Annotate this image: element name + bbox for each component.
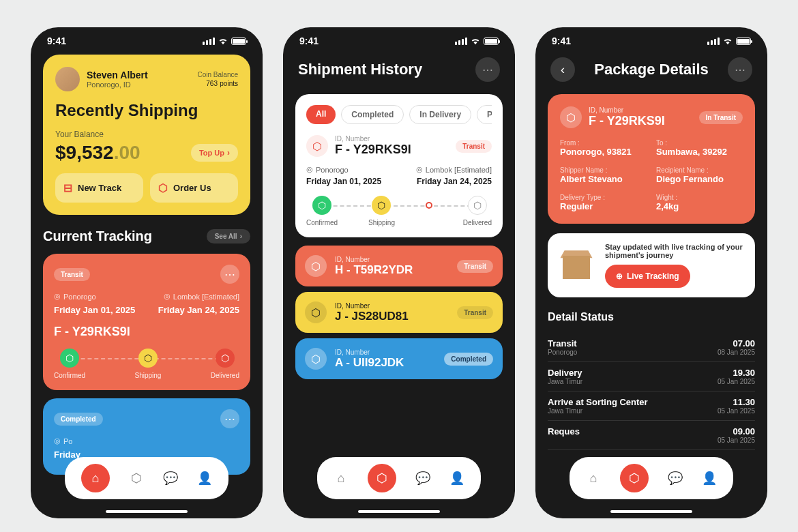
box-icon: ⬡ (158, 181, 168, 194)
clock: 9:41 (47, 35, 66, 46)
filter-in-delivery[interactable]: In Delivery (409, 105, 471, 124)
user-name: Steven Albert (87, 70, 191, 80)
home-nav[interactable]: ⌂ (586, 471, 601, 486)
page-title: Shipment History (298, 61, 422, 78)
shipping-step-icon: ⬡ (372, 196, 391, 215)
status-row: TransitPonorogo07.0008 Jan 2025 (548, 333, 755, 362)
bottom-nav: ⌂ ⬡ 💬 👤 (65, 457, 228, 499)
current-tracking-title: Current Tracking (43, 228, 152, 244)
open-box-icon (557, 249, 595, 282)
box-nav[interactable]: ⬡ (368, 464, 396, 492)
back-button[interactable]: ‹ (550, 57, 575, 82)
see-all-button[interactable]: See All› (207, 229, 250, 243)
package-summary: ⬡ ID, Number F - Y29RKS9I In Transit Fro… (548, 94, 755, 224)
from-location: ◎ Ponorogo (54, 292, 96, 301)
shipment-id: F - Y29RKS9I (335, 143, 449, 157)
status-badge: Transit (456, 140, 492, 153)
status-row: Arrive at Sorting CenterJawa Timur11.300… (548, 391, 755, 421)
more-button[interactable]: ⋯ (728, 57, 752, 82)
top-up-button[interactable]: Top Up› (191, 144, 238, 162)
home-nav[interactable]: ⌂ (81, 464, 110, 492)
package-id: F - Y29RKS9I (589, 114, 665, 128)
profile-nav[interactable]: 👤 (197, 471, 212, 486)
scan-icon: ⊟ (63, 181, 72, 194)
balance-card: Steven Albert Ponorogo, ID Coin Balance … (43, 55, 250, 215)
tracking-id: F - Y29RKS9I (54, 325, 239, 339)
tracking-card[interactable]: Transit ⋯ ◎ Ponorogo ◎ Lombok [Estimated… (43, 254, 250, 390)
balance-value: $9,532.00 (55, 142, 141, 164)
live-tracking-card: Stay updated with live tracking of your … (548, 233, 755, 297)
home-indicator (358, 510, 440, 513)
profile-nav[interactable]: 👤 (449, 471, 464, 486)
progress-dot-icon (426, 202, 432, 209)
shipment-item[interactable]: ⬡ ID, NumberH - T59R2YDR Transit (295, 246, 503, 286)
box-icon: ⬡ (305, 348, 327, 370)
status-badge: In Transit (699, 111, 743, 124)
from-date: Friday Jan 01, 2025 (54, 305, 135, 315)
filter-all[interactable]: All (306, 105, 336, 124)
box-icon: ⬡ (305, 255, 327, 277)
box-icon: ⬡ (560, 106, 582, 128)
bottom-nav: ⌂ ⬡ 💬 👤 (570, 457, 733, 499)
box-nav[interactable]: ⬡ (129, 471, 144, 486)
page-title: Package Details (594, 61, 709, 78)
balance-label: Your Balance (55, 130, 238, 139)
chat-nav[interactable]: 💬 (163, 471, 178, 486)
chevron-right-icon: › (227, 148, 230, 158)
status-bar: 9:41 (535, 27, 767, 55)
box-nav[interactable]: ⬡ (620, 464, 649, 492)
status-badge: Transit (54, 268, 90, 281)
avatar[interactable] (55, 67, 80, 91)
wifi-icon (218, 35, 228, 46)
status-row: DeliveryJawa Timur19.3005 Jan 2025 (548, 362, 755, 391)
delivered-step-icon: ⬡ (216, 349, 235, 368)
new-track-button[interactable]: ⊟New Track (55, 173, 143, 203)
status-badge: Completed (54, 413, 103, 426)
recently-shipping-title: Recently Shipping (55, 101, 238, 120)
to-location: ◎ Lombok [Estimated] (164, 292, 239, 301)
status-badge: Transit (457, 306, 493, 319)
more-button[interactable]: ⋯ (475, 57, 500, 82)
status-badge: Transit (457, 260, 493, 273)
status-badge: Completed (444, 353, 493, 366)
status-row: Reques09.0005 Jan 2025 (548, 421, 755, 450)
live-tracking-button[interactable]: ⊕Live Tracking (605, 265, 690, 288)
home-nav[interactable]: ⌂ (334, 471, 349, 486)
profile-nav[interactable]: 👤 (702, 471, 717, 486)
filter-completed[interactable]: Completed (341, 105, 404, 124)
order-us-button[interactable]: ⬡Order Us (150, 173, 238, 203)
status-bar: 9:41 (31, 27, 263, 55)
shipment-featured: All Completed In Delivery Pending ⬡ ID, … (295, 94, 503, 237)
confirmed-step-icon: ⬡ (60, 349, 79, 368)
box-icon: ⬡ (305, 301, 327, 323)
home-indicator (106, 510, 188, 513)
to-date: Friday Jan 24, 2025 (158, 305, 239, 315)
chat-nav[interactable]: 💬 (668, 471, 683, 486)
coin-value: 763 points (198, 78, 238, 88)
detail-status-title: Detail Status (548, 311, 755, 323)
bottom-nav: ⌂ ⬡ 💬 👤 (317, 457, 481, 499)
chat-nav[interactable]: 💬 (415, 471, 430, 486)
shipment-item[interactable]: ⬡ ID, NumberJ - JS28UD81 Transit (295, 292, 503, 333)
shipping-step-icon: ⬡ (138, 349, 158, 368)
screen-details: 9:41 ‹ Package Details ⋯ ⬡ ID, Number F … (535, 27, 767, 518)
filter-pending[interactable]: Pending (477, 105, 492, 124)
target-icon: ⊕ (616, 271, 623, 281)
chevron-right-icon: › (240, 233, 242, 240)
more-button[interactable]: ⋯ (220, 265, 239, 284)
screen-home: 9:41 Steven Albert Ponorogo, ID Coin Bal… (31, 27, 263, 518)
status-bar: 9:41 (283, 27, 515, 55)
status-icons (203, 35, 246, 46)
box-icon: ⬡ (306, 135, 328, 157)
more-button[interactable]: ⋯ (220, 409, 239, 428)
confirmed-step-icon: ⬡ (312, 196, 331, 215)
user-location: Ponorogo, ID (87, 80, 191, 89)
shipment-item[interactable]: ⬡ ID, NumberA - UII92JDK Completed (295, 338, 503, 379)
coin-label: Coin Balance (198, 71, 238, 78)
home-indicator (610, 510, 692, 513)
delivered-step-icon: ⬡ (468, 196, 487, 215)
screen-history: 9:41 Shipment History ⋯ All Completed In… (283, 27, 515, 518)
